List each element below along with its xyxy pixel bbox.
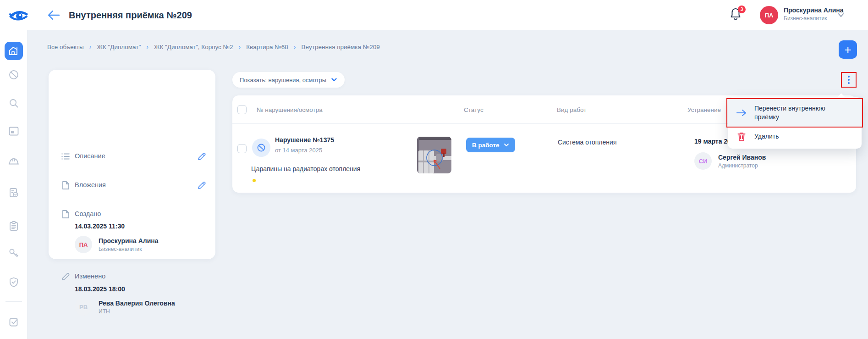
column-header-elimination: Устранение [687, 106, 721, 113]
breadcrumb-item[interactable]: Квартира №68 [246, 44, 288, 50]
sidebar-item-checkbox-icon[interactable] [5, 313, 23, 331]
breadcrumb-item[interactable]: Все объекты [47, 44, 84, 50]
notifications-badge: 3 [738, 6, 746, 13]
row-checkbox[interactable] [237, 144, 247, 153]
breadcrumb-separator: › [89, 43, 92, 50]
notifications-bell-icon[interactable]: 3 [730, 7, 745, 24]
violation-photo-thumbnail[interactable] [417, 137, 451, 173]
pencil-icon [60, 272, 71, 282]
menu-item-label: Перенести внутреннюю приёмку [754, 104, 851, 122]
breadcrumb-item[interactable]: ЖК "Дипломат" [97, 44, 141, 50]
select-all-checkbox[interactable] [237, 105, 247, 114]
user-avatar[interactable]: ПА [760, 6, 778, 24]
sidebar-item-key-icon[interactable] [5, 244, 23, 262]
sidebar-item-clipboard-check-icon[interactable] [5, 183, 23, 202]
more-actions-kebab-button[interactable] [841, 72, 857, 88]
menu-item-label: Удалить [754, 132, 779, 141]
edit-description-pencil-icon[interactable] [197, 152, 206, 161]
attachments-section-label: Вложения [75, 181, 106, 189]
breadcrumb: Все объекты › ЖК "Дипломат" › ЖК "Диплом… [47, 43, 380, 50]
created-date: 14.03.2025 11:30 [75, 222, 125, 230]
menu-item-move-acceptance[interactable]: Перенести внутреннюю приёмку [728, 99, 862, 127]
marker-dot [253, 179, 256, 182]
created-user-avatar: ПА [75, 236, 92, 253]
sidebar-item-hard-hat-icon[interactable] [5, 152, 23, 171]
sidebar-item-clipboard-list-icon[interactable] [5, 217, 23, 235]
back-button[interactable] [47, 9, 60, 21]
modified-user-role: ИТН [99, 308, 175, 315]
sidebar-item-search-icon[interactable] [5, 94, 23, 112]
sidebar-nav [0, 30, 27, 339]
column-header-status: Статус [464, 106, 483, 113]
assignee-name: Сергей Иванов [718, 154, 766, 161]
file-icon [60, 180, 71, 190]
sidebar-item-card-icon[interactable] [5, 122, 23, 140]
modified-user-name: Рева Валерия Олеговна [99, 300, 175, 307]
edit-attachments-pencil-icon[interactable] [197, 181, 206, 190]
list-icon [60, 151, 71, 161]
show-filter-dropdown[interactable]: Показать: нарушения, осмотры [232, 72, 345, 88]
status-dropdown-button[interactable]: В работе [466, 138, 515, 152]
add-button[interactable]: + [839, 40, 857, 59]
assignee-avatar: СИ [694, 152, 712, 170]
violation-description: Царапины на радиаторах отопления [251, 165, 360, 172]
modified-user: РВ Рева Валерия Олеговна ИТН [75, 298, 175, 316]
column-header-work-type: Вид работ [557, 106, 586, 113]
violation-title[interactable]: Нарушение №1375 [275, 136, 334, 144]
user-name: Проскурина Алина [784, 6, 844, 14]
modified-user-avatar: РВ [75, 298, 92, 316]
context-menu: Перенести внутреннюю приёмку Удалить [728, 97, 862, 149]
chevron-down-icon [504, 143, 509, 147]
created-section-label: Создано [75, 210, 101, 217]
status-label: В работе [472, 142, 500, 149]
sidebar-item-shield-check-icon[interactable] [5, 273, 23, 291]
modified-date: 18.03.2025 18:00 [75, 285, 125, 293]
show-filter-label: Показать: нарушения, осмотры [240, 77, 326, 83]
sidebar-divider [5, 301, 22, 302]
file-icon [60, 209, 71, 219]
breadcrumb-item-current: Внутренняя приёмка №209 [302, 44, 380, 50]
page-title: Внутренняя приёмка №209 [69, 0, 192, 30]
top-bar: Внутренняя приёмка №209 3 ПА Проскурина … [0, 0, 868, 30]
user-role: Бизнес-аналитик [784, 15, 844, 22]
modified-section-label: Изменено [75, 272, 105, 280]
sidebar-item-home-icon[interactable] [5, 42, 23, 60]
breadcrumb-separator: › [239, 43, 241, 50]
acceptance-info-card: Описание Вложения Создано 14.03.2025 11:… [49, 70, 215, 259]
violation-type-icon [252, 139, 270, 157]
trash-icon [736, 132, 747, 142]
app-logo-eye-icon[interactable] [8, 6, 29, 24]
created-user: ПА Проскурина Алина Бизнес-аналитик [75, 236, 159, 253]
breadcrumb-item[interactable]: ЖК "Дипломат", Корпус №2 [154, 44, 233, 50]
assignee-role: Администратор [718, 162, 766, 169]
violation-date: от 14 марта 2025 [275, 147, 322, 154]
description-section-label: Описание [75, 152, 105, 160]
work-type-cell: Система отопления [558, 139, 616, 146]
assignee-cell: СИ Сергей Иванов Администратор [694, 152, 766, 170]
created-user-role: Бизнес-аналитик [99, 246, 159, 252]
user-menu-chevron-down-icon[interactable] [837, 12, 845, 18]
menu-item-delete[interactable]: Удалить [728, 127, 862, 147]
sidebar-item-block-icon[interactable] [5, 66, 23, 84]
column-header-number: № нарушения/осмотра [257, 106, 323, 113]
created-user-name: Проскурина Алина [99, 237, 159, 245]
user-block[interactable]: Проскурина Алина Бизнес-аналитик [784, 6, 844, 22]
breadcrumb-separator: › [146, 43, 148, 50]
arrow-right-icon [736, 109, 747, 117]
chevron-down-icon [331, 78, 337, 82]
breadcrumb-separator: › [294, 43, 296, 50]
